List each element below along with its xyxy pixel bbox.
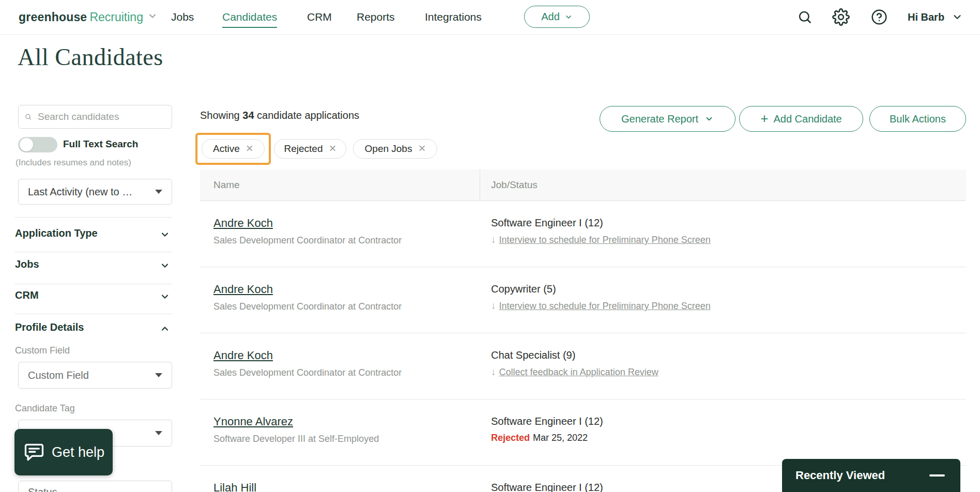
column-header-job-status: Job/Status <box>491 170 538 201</box>
greenhouse-logo[interactable]: greenhouse Recruiting <box>19 0 158 34</box>
candidate-subtitle: Sales Development Coordinator at Contrac… <box>213 301 402 312</box>
help-icon[interactable] <box>871 0 887 34</box>
caret-down-icon <box>155 431 162 435</box>
candidate-name-link[interactable]: Andre Koch <box>213 283 273 296</box>
search-icon[interactable] <box>798 0 812 34</box>
job-title: Chat Specialist (9) <box>491 349 575 361</box>
nav-item-crm[interactable]: CRM <box>307 0 332 34</box>
nav-item-jobs[interactable]: Jobs <box>171 0 194 34</box>
divider <box>15 314 172 314</box>
candidate-subtitle: Software Developer III at Self-Employed <box>213 434 379 444</box>
column-header-name: Name <box>213 170 240 201</box>
minimize-icon[interactable] <box>929 474 945 476</box>
logo-product: Recruiting <box>89 10 143 24</box>
toggle-knob <box>20 138 33 151</box>
custom-field-select[interactable]: Custom Field <box>18 362 172 389</box>
stage-link[interactable]: Interview to schedule for Preliminary Ph… <box>499 301 711 311</box>
caret-down-icon <box>155 190 162 194</box>
nav-item-integrations[interactable]: Integrations <box>425 0 482 34</box>
remove-filter-icon[interactable]: × <box>246 142 253 155</box>
recently-viewed-panel[interactable]: Recently Viewed <box>782 459 960 492</box>
recently-viewed-title: Recently Viewed <box>795 469 885 482</box>
filter-chip-rejected[interactable]: Rejected × <box>274 139 346 159</box>
table-header: Name Job/Status <box>200 170 966 201</box>
candidate-name-link[interactable]: Andre Koch <box>213 349 273 362</box>
job-title: Copywriter (5) <box>491 283 556 295</box>
result-count-text: Showing 34 candidate applications <box>200 110 359 121</box>
column-divider <box>480 170 480 201</box>
chevron-down-icon <box>160 291 170 302</box>
full-text-search-label: Full Text Search <box>63 139 138 150</box>
stage-arrow-down-icon: ↓ <box>491 300 496 311</box>
candidate-name-link[interactable]: Ynonne Alvarez <box>213 415 293 428</box>
nav-item-reports[interactable]: Reports <box>357 0 395 34</box>
full-text-search-toggle[interactable] <box>18 137 57 152</box>
table-row: Andre Koch Sales Development Coordinator… <box>200 267 966 333</box>
status-line: ↓Interview to schedule for Preliminary P… <box>491 234 711 245</box>
status-select[interactable]: Status <box>18 481 172 492</box>
candidate-name-link[interactable]: Andre Koch <box>213 217 273 230</box>
job-title: Software Engineer I (12) <box>491 482 603 492</box>
status-line: RejectedMar 25, 2022 <box>491 433 588 443</box>
job-title: Software Engineer I (12) <box>491 416 603 427</box>
chat-bubble-icon <box>23 441 45 464</box>
filter-chip-active[interactable]: Active × <box>202 139 265 159</box>
chevron-down-icon <box>564 13 573 21</box>
candidate-tag-label: Candidate Tag <box>15 403 75 414</box>
user-menu[interactable]: Hi Barb <box>908 0 963 34</box>
chevron-down-icon <box>160 260 170 271</box>
divider <box>15 284 172 284</box>
filter-section-profile-details[interactable]: Profile Details <box>15 321 172 336</box>
search-candidates-input[interactable] <box>37 111 165 123</box>
stage-arrow-down-icon: ↓ <box>491 366 496 377</box>
chevron-down-icon <box>952 11 963 23</box>
status-line: ↓Interview to schedule for Preliminary P… <box>491 300 711 312</box>
chevron-down-icon <box>160 229 170 240</box>
job-title: Software Engineer I (12) <box>491 217 603 229</box>
gear-icon[interactable] <box>832 0 850 34</box>
chevron-down-icon <box>705 114 714 124</box>
active-tab-underline <box>222 27 277 28</box>
table-row: Andre Koch Sales Development Coordinator… <box>200 333 966 399</box>
rejected-date: Mar 25, 2022 <box>533 433 588 443</box>
remove-filter-icon[interactable]: × <box>418 142 425 155</box>
remove-filter-icon[interactable]: × <box>329 142 336 155</box>
filter-chip-open-jobs[interactable]: Open Jobs × <box>353 139 437 159</box>
stage-link[interactable]: Collect feedback in Application Review <box>499 367 659 377</box>
chevron-up-icon <box>160 324 170 334</box>
plus-icon: + <box>760 112 768 125</box>
page-title: All Candidates <box>18 43 163 71</box>
get-help-button[interactable]: Get help <box>14 429 113 475</box>
rejected-label: Rejected <box>491 433 530 443</box>
stage-arrow-down-icon: ↓ <box>491 234 496 245</box>
logo-chevron-down-icon[interactable] <box>147 10 158 24</box>
custom-field-label: Custom Field <box>15 345 70 356</box>
filter-section-application-type[interactable]: Application Type <box>15 227 172 242</box>
add-button[interactable]: Add <box>524 6 590 28</box>
filter-section-crm[interactable]: CRM <box>15 289 172 304</box>
candidate-name-link[interactable]: Lilah Hill <box>213 481 256 492</box>
nav-item-candidates[interactable]: Candidates <box>222 0 277 34</box>
divider <box>15 217 172 218</box>
bulk-actions-button[interactable]: Bulk Actions <box>869 106 966 132</box>
filter-section-jobs[interactable]: Jobs <box>15 258 172 273</box>
table-row: Ynonne Alvarez Software Developer III at… <box>200 399 966 466</box>
caret-down-icon <box>155 373 162 377</box>
sort-select[interactable]: Last Activity (new to … <box>18 179 172 205</box>
result-count: 34 <box>242 110 254 121</box>
search-icon <box>25 111 32 122</box>
generate-report-button[interactable]: Generate Report <box>600 106 736 132</box>
divider <box>15 252 172 252</box>
status-line: ↓Collect feedback in Application Review <box>491 366 659 378</box>
stage-link[interactable]: Interview to schedule for Preliminary Ph… <box>499 235 711 245</box>
table-row: Andre Koch Sales Development Coordinator… <box>200 201 966 267</box>
candidate-search-box <box>18 105 172 129</box>
top-nav: greenhouse Recruiting Jobs Candidates CR… <box>0 0 980 35</box>
full-text-search-hint: (Includes resumes and notes) <box>16 158 131 168</box>
candidates-table-body: Andre Koch Sales Development Coordinator… <box>200 201 966 492</box>
candidate-subtitle: Sales Development Coordinator at Contrac… <box>213 235 402 246</box>
logo-brand: greenhouse <box>19 10 87 24</box>
add-candidate-button[interactable]: + Add Candidate <box>739 106 863 132</box>
candidate-subtitle: Sales Development Coordinator at Contrac… <box>213 367 402 378</box>
candidates-table: Name Job/Status Andre Koch Sales Develop… <box>200 170 966 492</box>
